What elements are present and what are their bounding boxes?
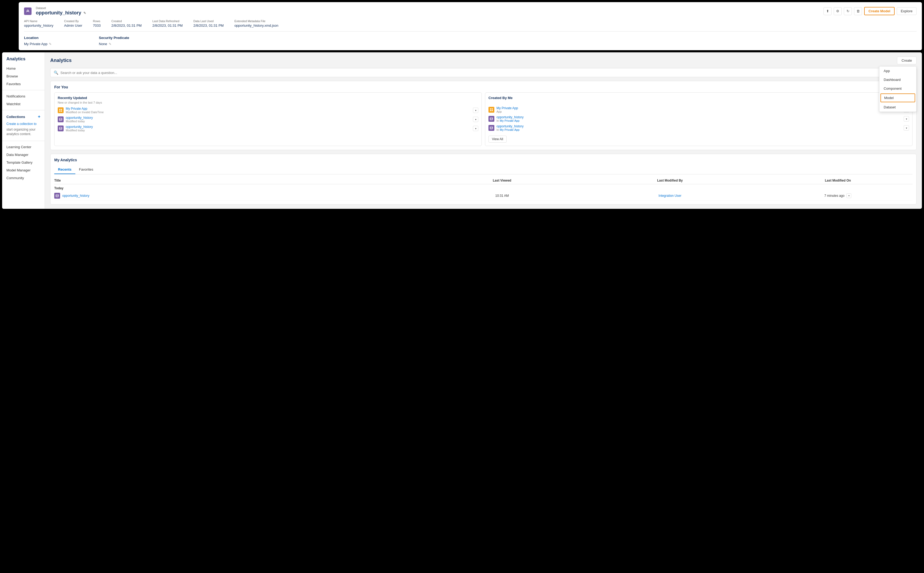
row-last-viewed: 10:31 AM bbox=[428, 194, 577, 197]
row-name[interactable]: opportunity_history bbox=[62, 194, 89, 197]
meta-last-refreshed: Last Data Refreshed 2/8/2023, 01:31 PM bbox=[152, 19, 182, 28]
main-header: Analytics Create bbox=[50, 56, 916, 64]
tab-recents[interactable]: Recents bbox=[54, 165, 75, 174]
sidebar-item-data-manager[interactable]: Data Manager bbox=[2, 151, 45, 159]
create-model-button[interactable]: Create Model bbox=[864, 7, 894, 15]
table-row: opportunity_history 10:31 AM Integration… bbox=[54, 191, 913, 200]
table-row-title: opportunity_history bbox=[54, 193, 428, 199]
created-name-2[interactable]: opportunity_history bbox=[496, 124, 524, 128]
security-predicate-block: Security Predicate None ✎ bbox=[99, 36, 168, 46]
dataset-detail-panel: Dataset opportunity_history ✎ ⬆ ⚙ ↻ 🗑 Cr… bbox=[19, 2, 922, 50]
item-icon-dataset-1 bbox=[58, 116, 64, 122]
row-icon bbox=[54, 193, 60, 199]
search-input[interactable] bbox=[60, 71, 913, 75]
item-dropdown-2[interactable]: ▾ bbox=[473, 126, 478, 131]
created-icon-1 bbox=[488, 116, 494, 122]
explore-button[interactable]: Explore bbox=[897, 7, 916, 15]
item-icon-dataset-2 bbox=[58, 125, 64, 132]
created-item-1: opportunity_history In My Private App ▾ bbox=[488, 115, 909, 122]
security-value: None ✎ bbox=[99, 42, 168, 46]
row-dropdown[interactable]: ▾ bbox=[847, 193, 851, 198]
svg-rect-4 bbox=[61, 111, 62, 112]
tab-favorites[interactable]: Favorites bbox=[75, 165, 97, 174]
item-name-2[interactable]: opportunity_history bbox=[66, 125, 93, 129]
sidebar-item-template-gallery[interactable]: Template Gallery bbox=[2, 159, 45, 166]
created-icon-0 bbox=[488, 107, 494, 113]
recently-updated-item-2: opportunity_history Modified today ▾ bbox=[58, 125, 478, 132]
create-button[interactable]: Create bbox=[897, 56, 916, 64]
svg-rect-10 bbox=[492, 110, 493, 111]
collections-create-link[interactable]: Create a collection to bbox=[2, 121, 45, 127]
svg-rect-9 bbox=[490, 110, 491, 111]
collections-section-header: Collections + bbox=[2, 113, 45, 121]
recently-updated-item-1: opportunity_history Modified today ▾ bbox=[58, 116, 478, 123]
item-name-1[interactable]: opportunity_history bbox=[66, 116, 93, 120]
svg-rect-8 bbox=[492, 108, 493, 110]
item-name-0[interactable]: My Private App bbox=[66, 107, 104, 111]
sidebar-item-browse[interactable]: Browse bbox=[2, 72, 45, 80]
svg-point-11 bbox=[490, 117, 493, 119]
created-sub-1: In My Private App bbox=[496, 119, 524, 122]
dataset-name: opportunity_history ✎ bbox=[36, 10, 86, 16]
dataset-edit-icon[interactable]: ✎ bbox=[83, 11, 86, 15]
item-dropdown-1[interactable]: ▾ bbox=[473, 117, 478, 122]
item-detail-0: Modified on Invalid DateTime bbox=[66, 111, 104, 114]
item-dropdown-0[interactable]: ▾ bbox=[473, 108, 478, 113]
created-by-me-card: Created By Me My Private App App bbox=[485, 92, 913, 146]
settings-button[interactable]: ⚙ bbox=[834, 7, 842, 15]
svg-rect-1 bbox=[59, 109, 60, 110]
collections-description: start organizing your analytics content. bbox=[2, 127, 45, 139]
location-edit-icon[interactable]: ✎ bbox=[49, 42, 52, 46]
created-sub-link-1[interactable]: My Private App bbox=[500, 119, 519, 122]
created-item-0: My Private App App ▾ bbox=[488, 106, 909, 113]
sidebar-item-community[interactable]: Community bbox=[2, 174, 45, 182]
col-title-header: Title bbox=[54, 178, 428, 182]
dropdown-item-component[interactable]: Component bbox=[879, 84, 916, 93]
search-bar[interactable]: 🔍 bbox=[50, 68, 916, 77]
svg-rect-7 bbox=[490, 108, 491, 110]
sidebar-item-learning-center[interactable]: Learning Center bbox=[2, 143, 45, 151]
delete-button[interactable]: 🗑 bbox=[854, 7, 862, 15]
my-analytics-title: My Analytics bbox=[54, 158, 913, 162]
created-item-2: opportunity_history In My Private App ▾ bbox=[488, 124, 909, 132]
collections-title: Collections bbox=[6, 115, 25, 119]
sidebar-item-notifications[interactable]: Notifications bbox=[2, 92, 45, 100]
sidebar-item-watchlist[interactable]: Watchlist bbox=[2, 100, 45, 108]
created-by-me-title: Created By Me bbox=[488, 96, 909, 100]
sidebar-divider-3 bbox=[2, 141, 45, 141]
svg-point-5 bbox=[59, 118, 62, 119]
row-last-modified-by[interactable]: Integration User bbox=[577, 194, 763, 197]
dropdown-item-dashboard[interactable]: Dashboard bbox=[879, 75, 916, 84]
item-detail-1: Modified today bbox=[66, 120, 93, 123]
created-name-0[interactable]: My Private App bbox=[496, 106, 518, 110]
for-you-title: For You bbox=[54, 85, 913, 89]
sidebar-item-model-manager[interactable]: Model Manager bbox=[2, 166, 45, 174]
created-dropdown-2[interactable]: ▾ bbox=[904, 125, 909, 131]
upload-button[interactable]: ⬆ bbox=[824, 7, 831, 15]
meta-extended-metadata: Extended Metadata File opportunity_histo… bbox=[234, 19, 278, 28]
dataset-label: Dataset bbox=[36, 6, 86, 9]
meta-created: Created 2/8/2023, 01:31 PM bbox=[111, 19, 142, 28]
created-icon-2 bbox=[488, 125, 494, 131]
security-edit-icon[interactable]: ✎ bbox=[109, 42, 111, 46]
sidebar-item-home[interactable]: Home bbox=[2, 65, 45, 72]
created-sub-0: App bbox=[496, 110, 518, 113]
view-all-button[interactable]: View All bbox=[488, 136, 507, 142]
main-content: Analytics Create 🔍 For You Recently Upda… bbox=[45, 52, 922, 209]
svg-point-13 bbox=[56, 194, 58, 196]
meta-data-last-used: Data Last Used 2/8/2023, 01:31 PM bbox=[193, 19, 224, 28]
refresh-button[interactable]: ↻ bbox=[844, 7, 852, 15]
created-name-1[interactable]: opportunity_history bbox=[496, 115, 524, 119]
svg-point-12 bbox=[490, 127, 493, 128]
table-header: Title Last Viewed Last Modified By Last … bbox=[54, 177, 913, 184]
created-sub-link-2[interactable]: My Private App bbox=[500, 128, 519, 132]
collections-add-button[interactable]: + bbox=[38, 114, 40, 119]
sidebar-item-favorites[interactable]: Favorites bbox=[2, 80, 45, 88]
dataset-actions: ⬆ ⚙ ↻ 🗑 Create Model Explore bbox=[824, 7, 916, 15]
dropdown-item-model[interactable]: Model bbox=[880, 94, 915, 102]
recently-updated-subtitle: New or changed in the last 7 days bbox=[58, 101, 478, 104]
dropdown-item-dataset[interactable]: Dataset bbox=[879, 103, 916, 112]
dropdown-item-app[interactable]: App bbox=[879, 66, 916, 75]
created-dropdown-1[interactable]: ▾ bbox=[904, 116, 909, 122]
col-last-viewed-header: Last Viewed bbox=[428, 178, 577, 182]
